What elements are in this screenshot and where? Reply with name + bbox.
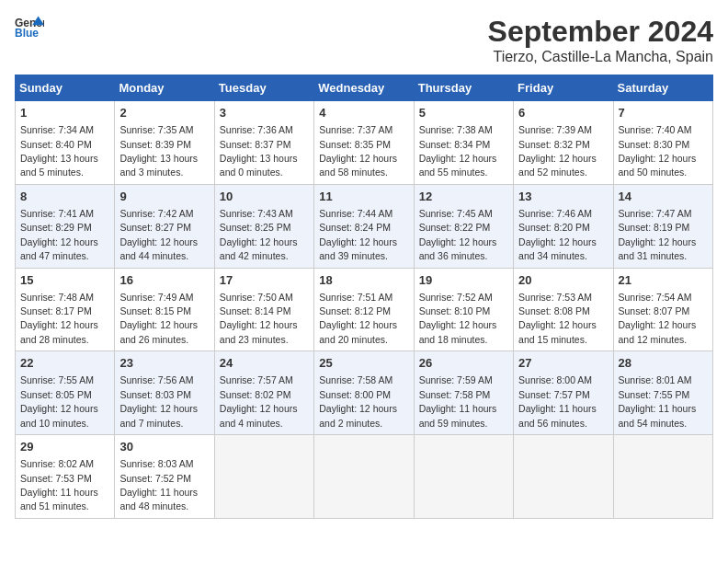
calendar-cell: 30Sunrise: 8:03 AMSunset: 7:52 PMDayligh… — [115, 435, 214, 519]
day-info: Sunrise: 8:02 AMSunset: 7:53 PMDaylight:… — [20, 458, 98, 511]
header-friday: Friday — [514, 75, 613, 101]
calendar-cell: 5Sunrise: 7:38 AMSunset: 8:34 PMDaylight… — [414, 101, 513, 185]
header-wednesday: Wednesday — [314, 75, 414, 101]
day-info: Sunrise: 7:57 AMSunset: 8:02 PMDaylight:… — [220, 374, 298, 428]
day-number: 7 — [619, 105, 708, 121]
logo-icon: General Blue — [15, 15, 44, 40]
day-info: Sunrise: 7:48 AMSunset: 8:17 PMDaylight:… — [20, 292, 98, 345]
calendar-cell: 15Sunrise: 7:48 AMSunset: 8:17 PMDayligh… — [16, 268, 115, 351]
calendar-cell: 28Sunrise: 8:01 AMSunset: 7:55 PMDayligh… — [613, 351, 712, 435]
day-info: Sunrise: 7:53 AMSunset: 8:08 PMDaylight:… — [518, 292, 597, 345]
calendar-cell — [613, 435, 712, 519]
header-tuesday: Tuesday — [214, 75, 313, 101]
day-number: 5 — [419, 105, 508, 121]
day-info: Sunrise: 7:46 AMSunset: 8:20 PMDaylight:… — [518, 208, 597, 261]
calendar-cell: 24Sunrise: 7:57 AMSunset: 8:02 PMDayligh… — [214, 351, 313, 435]
day-number: 10 — [220, 189, 309, 205]
calendar-cell — [414, 435, 513, 519]
day-number: 24 — [220, 355, 309, 372]
header-sunday: Sunday — [16, 75, 115, 101]
logo: General Blue — [15, 15, 44, 40]
day-number: 21 — [619, 272, 708, 289]
calendar-cell — [514, 435, 613, 519]
calendar-cell: 10Sunrise: 7:43 AMSunset: 8:25 PMDayligh… — [214, 184, 313, 268]
calendar-cell: 7Sunrise: 7:40 AMSunset: 8:30 PMDaylight… — [613, 101, 712, 185]
day-info: Sunrise: 7:44 AMSunset: 8:24 PMDaylight:… — [319, 208, 397, 261]
calendar-cell: 2Sunrise: 7:35 AMSunset: 8:39 PMDaylight… — [115, 101, 214, 185]
day-number: 19 — [419, 272, 508, 289]
day-info: Sunrise: 7:37 AMSunset: 8:35 PMDaylight:… — [319, 124, 397, 178]
day-info: Sunrise: 7:41 AMSunset: 8:29 PMDaylight:… — [20, 208, 98, 261]
calendar-cell: 26Sunrise: 7:59 AMSunset: 7:58 PMDayligh… — [414, 351, 513, 435]
day-number: 15 — [20, 272, 109, 289]
day-info: Sunrise: 7:55 AMSunset: 8:05 PMDaylight:… — [20, 374, 98, 428]
calendar-cell: 22Sunrise: 7:55 AMSunset: 8:05 PMDayligh… — [16, 351, 115, 435]
calendar-cell: 21Sunrise: 7:54 AMSunset: 8:07 PMDayligh… — [613, 268, 712, 351]
day-number: 30 — [119, 439, 209, 455]
calendar-cell: 20Sunrise: 7:53 AMSunset: 8:08 PMDayligh… — [514, 268, 613, 351]
location-title: Tierzo, Castille-La Mancha, Spain — [488, 49, 713, 65]
calendar-table: Sunday Monday Tuesday Wednesday Thursday… — [15, 75, 713, 519]
calendar-cell: 11Sunrise: 7:44 AMSunset: 8:24 PMDayligh… — [314, 184, 414, 268]
day-info: Sunrise: 7:52 AMSunset: 8:10 PMDaylight:… — [419, 292, 497, 345]
calendar-cell: 18Sunrise: 7:51 AMSunset: 8:12 PMDayligh… — [314, 268, 414, 351]
day-number: 13 — [518, 189, 608, 205]
calendar-cell: 6Sunrise: 7:39 AMSunset: 8:32 PMDaylight… — [514, 101, 613, 185]
title-area: September 2024 Tierzo, Castille-La Manch… — [488, 15, 713, 65]
day-info: Sunrise: 7:36 AMSunset: 8:37 PMDaylight:… — [220, 124, 298, 178]
day-info: Sunrise: 7:34 AMSunset: 8:40 PMDaylight:… — [20, 124, 98, 178]
day-number: 3 — [220, 105, 309, 121]
day-info: Sunrise: 7:51 AMSunset: 8:12 PMDaylight:… — [319, 292, 397, 345]
calendar-cell: 27Sunrise: 8:00 AMSunset: 7:57 PMDayligh… — [514, 351, 613, 435]
calendar-cell: 25Sunrise: 7:58 AMSunset: 8:00 PMDayligh… — [314, 351, 414, 435]
day-info: Sunrise: 7:54 AMSunset: 8:07 PMDaylight:… — [619, 292, 697, 345]
calendar-row: 29Sunrise: 8:02 AMSunset: 7:53 PMDayligh… — [16, 435, 713, 519]
day-info: Sunrise: 7:40 AMSunset: 8:30 PMDaylight:… — [619, 124, 697, 178]
day-number: 26 — [419, 355, 508, 372]
day-number: 29 — [20, 439, 109, 455]
calendar-cell: 8Sunrise: 7:41 AMSunset: 8:29 PMDaylight… — [16, 184, 115, 268]
day-number: 25 — [319, 355, 408, 372]
day-info: Sunrise: 7:58 AMSunset: 8:00 PMDaylight:… — [319, 374, 397, 428]
day-number: 17 — [220, 272, 309, 289]
calendar-cell: 14Sunrise: 7:47 AMSunset: 8:19 PMDayligh… — [613, 184, 712, 268]
day-number: 27 — [518, 355, 608, 372]
weekday-header-row: Sunday Monday Tuesday Wednesday Thursday… — [16, 75, 713, 101]
calendar-cell: 4Sunrise: 7:37 AMSunset: 8:35 PMDaylight… — [314, 101, 414, 185]
calendar-cell: 12Sunrise: 7:45 AMSunset: 8:22 PMDayligh… — [414, 184, 513, 268]
calendar-cell: 19Sunrise: 7:52 AMSunset: 8:10 PMDayligh… — [414, 268, 513, 351]
month-title: September 2024 — [488, 15, 713, 49]
header-monday: Monday — [115, 75, 214, 101]
calendar-row: 8Sunrise: 7:41 AMSunset: 8:29 PMDaylight… — [16, 184, 713, 268]
calendar-row: 15Sunrise: 7:48 AMSunset: 8:17 PMDayligh… — [16, 268, 713, 351]
day-info: Sunrise: 7:56 AMSunset: 8:03 PMDaylight:… — [119, 374, 198, 428]
day-info: Sunrise: 7:59 AMSunset: 7:58 PMDaylight:… — [419, 374, 497, 428]
day-number: 18 — [319, 272, 408, 289]
day-number: 11 — [319, 189, 408, 205]
calendar-cell: 3Sunrise: 7:36 AMSunset: 8:37 PMDaylight… — [214, 101, 313, 185]
calendar-cell — [314, 435, 414, 519]
day-info: Sunrise: 7:50 AMSunset: 8:14 PMDaylight:… — [220, 292, 298, 345]
calendar-cell: 17Sunrise: 7:50 AMSunset: 8:14 PMDayligh… — [214, 268, 313, 351]
day-number: 4 — [319, 105, 408, 121]
day-info: Sunrise: 7:42 AMSunset: 8:27 PMDaylight:… — [119, 208, 198, 261]
day-number: 23 — [119, 355, 209, 372]
day-number: 22 — [20, 355, 109, 372]
calendar-cell: 9Sunrise: 7:42 AMSunset: 8:27 PMDaylight… — [115, 184, 214, 268]
day-info: Sunrise: 7:47 AMSunset: 8:19 PMDaylight:… — [619, 208, 697, 261]
day-info: Sunrise: 7:38 AMSunset: 8:34 PMDaylight:… — [419, 124, 497, 178]
day-number: 8 — [20, 189, 109, 205]
calendar-cell: 1Sunrise: 7:34 AMSunset: 8:40 PMDaylight… — [16, 101, 115, 185]
day-number: 1 — [20, 105, 109, 121]
day-info: Sunrise: 7:39 AMSunset: 8:32 PMDaylight:… — [518, 124, 597, 178]
day-number: 16 — [119, 272, 209, 289]
day-number: 9 — [119, 189, 209, 205]
header-saturday: Saturday — [613, 75, 712, 101]
day-info: Sunrise: 7:35 AMSunset: 8:39 PMDaylight:… — [119, 124, 198, 178]
day-number: 20 — [518, 272, 608, 289]
calendar-cell: 16Sunrise: 7:49 AMSunset: 8:15 PMDayligh… — [115, 268, 214, 351]
calendar-cell — [214, 435, 313, 519]
svg-text:Blue: Blue — [15, 27, 39, 40]
day-info: Sunrise: 7:49 AMSunset: 8:15 PMDaylight:… — [119, 292, 198, 345]
day-number: 2 — [119, 105, 209, 121]
